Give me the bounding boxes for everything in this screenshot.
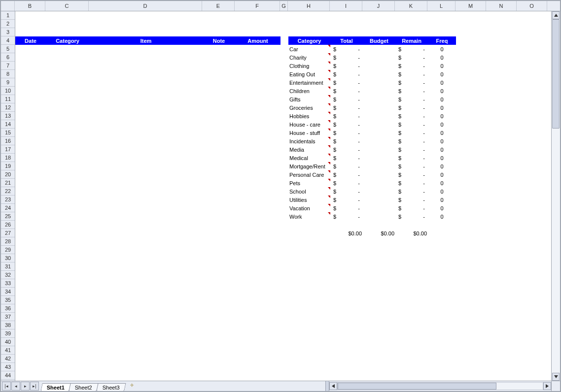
row-header-34[interactable]: 34 [1,288,15,296]
cell-B6[interactable] [15,53,46,62]
cell-D11[interactable] [89,95,203,103]
cell-E38[interactable] [203,321,235,329]
cell-J10[interactable] [363,87,395,95]
row-header-11[interactable]: 11 [1,95,15,103]
cell-C44[interactable] [46,371,89,380]
cell-L20[interactable]: 0 [428,170,456,179]
cell-F17[interactable] [235,145,280,154]
cell-G8[interactable] [280,70,288,78]
cell-H41[interactable] [288,346,330,355]
cell-E18[interactable] [203,154,235,162]
cell-H38[interactable] [288,321,330,329]
cell-J27[interactable]: $0.00 [363,229,395,237]
cell-D12[interactable] [89,103,203,112]
cell-K22[interactable]: $- [395,187,428,196]
cell-E14[interactable] [203,120,235,129]
cell-H12[interactable]: Groceries [288,103,330,112]
cell-F7[interactable] [235,62,280,70]
tab-scroll-splitter[interactable] [325,381,329,391]
row-header-35[interactable]: 35 [1,296,15,304]
cell-F12[interactable] [235,103,280,112]
cell-K37[interactable] [395,313,428,321]
cell-H15[interactable]: House - stuff [288,129,330,137]
cell-I26[interactable] [330,221,363,229]
cell-B24[interactable] [15,204,46,212]
cell-E5[interactable] [203,45,235,53]
cell-E32[interactable] [203,271,235,279]
cell-D7[interactable] [89,62,203,70]
cell-N21[interactable] [487,179,517,187]
cell-B12[interactable] [15,103,46,112]
cell-H35[interactable] [288,296,330,304]
cell-H22[interactable]: School [288,187,330,196]
column-header-D[interactable]: D [89,1,202,11]
cell-E36[interactable] [203,304,235,313]
cell-M17[interactable] [456,145,487,154]
cell-H3[interactable] [288,28,330,36]
row-header-33[interactable]: 33 [1,279,15,288]
cell-N4[interactable] [487,36,517,45]
cell-I43[interactable] [330,363,363,371]
cell-M28[interactable] [456,237,487,246]
cell-L9[interactable]: 0 [428,78,456,87]
cell-K17[interactable]: $- [395,145,428,154]
cell-I2[interactable] [330,20,363,28]
cell-O20[interactable] [517,170,548,179]
cell-H7[interactable]: Clothing [288,62,330,70]
cell-C37[interactable] [46,313,89,321]
cell-H5[interactable]: Car [288,45,330,53]
cell-I21[interactable]: $- [330,179,363,187]
cell-F6[interactable] [235,53,280,62]
cell-G5[interactable] [280,45,288,53]
cell-D28[interactable] [89,237,203,246]
cell-O33[interactable] [517,279,548,288]
cell-H21[interactable]: Pets [288,179,330,187]
cell-D35[interactable] [89,296,203,304]
cell-K4[interactable]: Remain [395,36,428,45]
cell-N30[interactable] [487,254,517,262]
cell-O11[interactable] [517,95,548,103]
cell-L14[interactable]: 0 [428,120,456,129]
cell-F27[interactable] [235,229,280,237]
cell-C42[interactable] [46,355,89,363]
cell-H2[interactable] [288,20,330,28]
cell-M9[interactable] [456,78,487,87]
cell-B14[interactable] [15,120,46,129]
cell-F20[interactable] [235,170,280,179]
cell-J12[interactable] [363,103,395,112]
cell-C2[interactable] [46,20,89,28]
cell-B37[interactable] [15,313,46,321]
cell-N17[interactable] [487,145,517,154]
cell-J42[interactable] [363,355,395,363]
cell-N14[interactable] [487,120,517,129]
cell-G22[interactable] [280,187,288,196]
cell-C11[interactable] [46,95,89,103]
row-header-31[interactable]: 31 [1,262,15,271]
cell-E6[interactable] [203,53,235,62]
row-header-42[interactable]: 42 [1,355,15,363]
cell-C27[interactable] [46,229,89,237]
cell-L39[interactable] [428,329,456,338]
cell-B5[interactable] [15,45,46,53]
cell-B33[interactable] [15,279,46,288]
cell-F42[interactable] [235,355,280,363]
cell-M19[interactable] [456,162,487,170]
cell-O12[interactable] [517,103,548,112]
cell-E34[interactable] [203,288,235,296]
cell-F5[interactable] [235,45,280,53]
cell-F36[interactable] [235,304,280,313]
cell-F32[interactable] [235,271,280,279]
cell-N18[interactable] [487,154,517,162]
scroll-right-button[interactable] [543,382,551,390]
cell-C18[interactable] [46,154,89,162]
cell-D34[interactable] [89,288,203,296]
cell-L12[interactable]: 0 [428,103,456,112]
column-header-F[interactable]: F [235,1,280,11]
cell-J24[interactable] [363,204,395,212]
cell-I40[interactable] [330,338,363,346]
cell-H10[interactable]: Children [288,87,330,95]
sheet-tab-sheet2[interactable]: Sheet2 [69,383,98,391]
cell-F16[interactable] [235,137,280,145]
cell-O42[interactable] [517,355,548,363]
cell-E9[interactable] [203,78,235,87]
